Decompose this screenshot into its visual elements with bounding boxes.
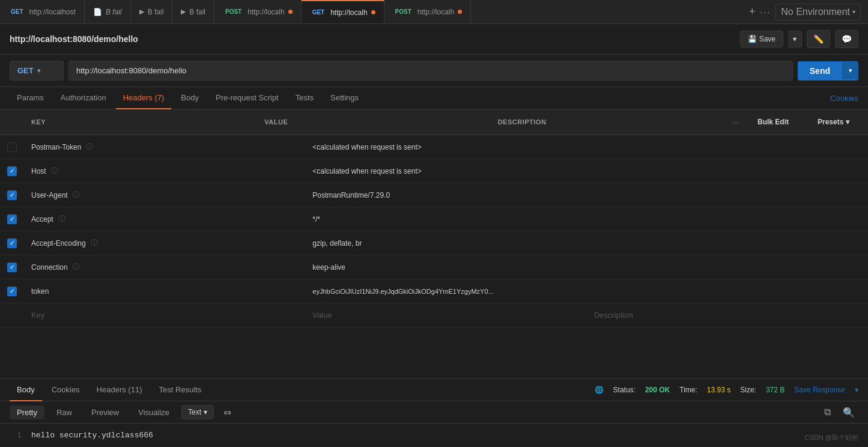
tab-bfail-doc[interactable]: 📄 B fail xyxy=(85,0,131,23)
line-number: 1 xyxy=(10,431,22,440)
format-tab-pretty[interactable]: Pretty xyxy=(10,406,44,419)
header-key-connection: Connection ⓘ xyxy=(24,257,305,277)
tab-bfail-play2[interactable]: ▶ B fail xyxy=(172,0,214,23)
header-key-accept: Accept ⓘ xyxy=(24,209,305,229)
save-response-button[interactable]: Save Response xyxy=(794,386,845,394)
tab-bar: GET http://localhost 📄 B fail ▶ B fail ▶… xyxy=(0,0,868,24)
th-description: DESCRIPTION xyxy=(491,114,724,130)
th-key: KEY xyxy=(24,114,257,130)
tab-label: B fail xyxy=(148,8,164,16)
chevron-down-icon: ▾ xyxy=(852,8,855,15)
tab-get-localhost[interactable]: GET http://localhost xyxy=(0,0,85,23)
tab-tests[interactable]: Tests xyxy=(288,87,321,109)
info-icon-host[interactable]: ⓘ xyxy=(51,166,58,176)
tab-bfail-play1[interactable]: ▶ B fail xyxy=(131,0,173,23)
header-desc-postman-token xyxy=(587,142,868,152)
presets-button[interactable]: Presets ▾ xyxy=(813,114,854,130)
tab-get-active[interactable]: GET http://localh xyxy=(302,0,384,23)
method-chevron-icon: ▾ xyxy=(37,67,40,74)
header-value-user-agent: PostmanRuntime/7.29.0 xyxy=(305,186,586,204)
row-checkbox-accept-encoding[interactable] xyxy=(7,239,17,248)
status-value: 200 OK xyxy=(645,386,670,394)
time-value: 13.93 s xyxy=(707,386,730,394)
th-value: VALUE xyxy=(257,114,490,130)
doc-icon: 📄 xyxy=(93,8,102,16)
tab-authorization[interactable]: Authorization xyxy=(53,87,114,109)
header-key-user-agent: User-Agent ⓘ xyxy=(24,185,305,205)
resp-tab-test-results[interactable]: Test Results xyxy=(151,379,208,401)
row-checkbox-user-agent[interactable] xyxy=(7,190,17,200)
tab-post-2[interactable]: POST http://localh xyxy=(384,0,472,23)
format-tab-visualize[interactable]: Visualize xyxy=(131,406,177,419)
tab-prerequest[interactable]: Pre-request Script xyxy=(208,87,286,109)
response-tabs-bar: Body Cookies Headers (11) Test Results 🌐… xyxy=(0,379,868,401)
url-input[interactable] xyxy=(68,61,793,81)
copy-response-button[interactable]: ⧉ xyxy=(821,406,834,419)
header-empty-row: Key Value Description xyxy=(0,303,868,327)
tab-bar-actions: + ··· No Environment ▾ xyxy=(749,4,868,20)
info-icon-accept[interactable]: ⓘ xyxy=(58,214,65,224)
format-tab-raw[interactable]: Raw xyxy=(49,406,79,419)
resp-tab-body[interactable]: Body xyxy=(10,379,42,401)
method-selector[interactable]: GET ▾ xyxy=(10,61,64,81)
tab-body[interactable]: Body xyxy=(174,87,206,109)
header-value-accept: */* xyxy=(305,210,586,228)
more-tabs-button[interactable]: ··· xyxy=(760,7,771,17)
header-desc-user-agent xyxy=(587,190,868,200)
info-icon-accept-encoding[interactable]: ⓘ xyxy=(91,238,98,248)
globe-icon[interactable]: 🌐 xyxy=(595,386,604,394)
tab-dot-1 xyxy=(288,10,293,14)
bulk-edit-button[interactable]: Bulk Edit xyxy=(753,114,794,130)
comment-icon-button[interactable]: 💬 xyxy=(835,30,858,48)
tab-label: B fail xyxy=(106,8,122,16)
format-type-selector[interactable]: Text ▾ xyxy=(181,405,214,419)
tab-method-post2: POST xyxy=(393,8,414,16)
watermark: CSDN @取个好的 xyxy=(805,433,858,442)
send-dropdown-button[interactable]: ▾ xyxy=(842,62,858,79)
save-dropdown-button[interactable]: ▾ xyxy=(788,31,802,47)
row-checkbox-host[interactable] xyxy=(7,166,17,176)
tab-dot-2 xyxy=(458,10,462,14)
info-icon-user-agent[interactable]: ⓘ xyxy=(73,190,80,200)
value-placeholder: Value xyxy=(305,306,586,324)
row-checkbox-connection[interactable] xyxy=(7,263,17,272)
format-tab-preview[interactable]: Preview xyxy=(84,406,126,419)
row-checkbox-token[interactable] xyxy=(7,287,17,296)
tab-dot-active xyxy=(371,10,375,14)
header-desc-accept-encoding xyxy=(587,239,868,248)
row-checkbox-accept[interactable] xyxy=(7,214,17,224)
th-more-icon[interactable]: ··· xyxy=(724,113,748,132)
tab-url-post2: http://localh xyxy=(417,8,454,16)
tab-headers[interactable]: Headers (7) xyxy=(116,87,172,109)
cookies-link[interactable]: Cookies xyxy=(830,94,858,103)
title-actions: 💾 Save ▾ ✏️ 💬 xyxy=(740,30,858,48)
send-button[interactable]: Send xyxy=(798,61,842,81)
resp-tab-headers[interactable]: Headers (11) xyxy=(90,379,150,401)
environment-selector[interactable]: No Environment ▾ xyxy=(775,4,861,20)
tab-params[interactable]: Params xyxy=(10,87,51,109)
save-response-dropdown-icon[interactable]: ▾ xyxy=(855,386,858,394)
tab-method-post: POST xyxy=(223,8,244,16)
info-icon-postman-token[interactable]: ⓘ xyxy=(86,142,93,152)
tab-url-active: http://localh xyxy=(330,8,367,17)
th-bulk-edit[interactable]: Bulk Edit xyxy=(748,109,808,135)
key-placeholder[interactable]: Key xyxy=(24,306,305,324)
info-icon-connection[interactable]: ⓘ xyxy=(73,262,80,272)
resp-tab-cookies[interactable]: Cookies xyxy=(44,379,87,401)
format-type-chevron-icon: ▾ xyxy=(204,408,207,416)
save-button[interactable]: 💾 Save xyxy=(740,31,783,47)
tab-method-badge: GET xyxy=(8,8,26,16)
request-title-bar: http://localhost:8080/demo/hello 💾 Save … xyxy=(0,24,868,55)
header-value-accept-encoding: gzip, deflate, br xyxy=(305,234,586,252)
search-response-button[interactable]: 🔍 xyxy=(839,406,858,419)
play-icon-2: ▶ xyxy=(181,8,186,16)
tab-settings[interactable]: Settings xyxy=(323,87,366,109)
row-checkbox-postman-token[interactable] xyxy=(7,142,17,152)
url-bar: GET ▾ Send ▾ xyxy=(0,55,868,87)
header-value-postman-token: <calculated when request is sent> xyxy=(305,138,586,156)
add-tab-button[interactable]: + xyxy=(749,5,756,18)
tab-post-1[interactable]: POST http://localh xyxy=(214,0,302,23)
header-key-postman-token: Postman-Token ⓘ xyxy=(24,137,305,157)
wrap-lines-icon[interactable]: ⇔ xyxy=(223,407,231,418)
edit-icon-button[interactable]: ✏️ xyxy=(807,30,830,48)
